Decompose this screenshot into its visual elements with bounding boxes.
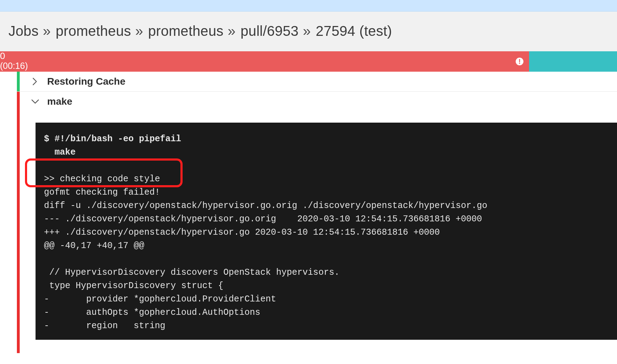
console-line: --- ./discovery/openstack/hypervisor.go.… bbox=[44, 214, 482, 224]
console-line: - region string bbox=[44, 321, 165, 331]
console-line: $ #!/bin/bash -eo pipefail bbox=[44, 134, 181, 144]
breadcrumb-build: 27594 (test) bbox=[316, 23, 392, 39]
console-line: >> checking code style bbox=[44, 174, 160, 184]
console-line: type HypervisorDiscovery struct { bbox=[44, 281, 223, 291]
breadcrumb-repo[interactable]: prometheus bbox=[148, 23, 223, 39]
step-title: make bbox=[47, 96, 72, 107]
timeline-step-index: 0 bbox=[0, 51, 5, 61]
console-output[interactable]: $ #!/bin/bash -eo pipefail make >> check… bbox=[36, 123, 617, 340]
breadcrumb-org[interactable]: prometheus bbox=[56, 23, 131, 39]
console-output-container: $ #!/bin/bash -eo pipefail make >> check… bbox=[36, 123, 617, 340]
breadcrumb-bar: Jobs » prometheus » prometheus » pull/69… bbox=[0, 12, 617, 51]
console-line: @@ -40,17 +40,17 @@ bbox=[44, 241, 144, 251]
status-stripe-success bbox=[17, 72, 20, 91]
breadcrumb-separator: » bbox=[43, 23, 51, 39]
timeline-segment-running[interactable] bbox=[529, 51, 617, 72]
alert-icon: ! bbox=[516, 58, 523, 65]
console-line: - provider *gophercloud.ProviderClient bbox=[44, 294, 276, 304]
console-line: diff -u ./discovery/openstack/hypervisor… bbox=[44, 201, 487, 211]
breadcrumb-separator: » bbox=[303, 23, 311, 39]
timeline-segment-failed[interactable]: 0 (00:16) ! bbox=[0, 51, 529, 72]
breadcrumb-jobs[interactable]: Jobs bbox=[8, 23, 39, 39]
console-line: make bbox=[44, 147, 76, 157]
step-title: Restoring Cache bbox=[47, 76, 126, 87]
breadcrumb-pull[interactable]: pull/6953 bbox=[241, 23, 299, 39]
console-line: - authOpts *gophercloud.AuthOptions bbox=[44, 307, 260, 318]
build-timeline: 0 (00:16) ! bbox=[0, 51, 617, 72]
status-stripe-failed bbox=[17, 92, 20, 353]
console-line: +++ ./discovery/openstack/hypervisor.go … bbox=[44, 227, 440, 238]
breadcrumb: Jobs » prometheus » prometheus » pull/69… bbox=[8, 23, 611, 39]
chevron-down-icon bbox=[30, 97, 40, 106]
chevron-right-icon bbox=[30, 77, 40, 86]
step-restoring-cache[interactable]: Restoring Cache bbox=[17, 72, 617, 92]
timeline-step-duration: (00:16) bbox=[0, 60, 28, 71]
steps-list: Restoring Cache make $ #!/bin/bash -eo p… bbox=[17, 72, 617, 340]
breadcrumb-separator: » bbox=[135, 23, 143, 39]
step-make[interactable]: make bbox=[17, 92, 617, 107]
breadcrumb-separator: » bbox=[228, 23, 236, 39]
top-banner bbox=[0, 0, 617, 12]
console-line: // HypervisorDiscovery discovers OpenSta… bbox=[44, 267, 339, 278]
console-line: gofmt checking failed! bbox=[44, 187, 160, 197]
